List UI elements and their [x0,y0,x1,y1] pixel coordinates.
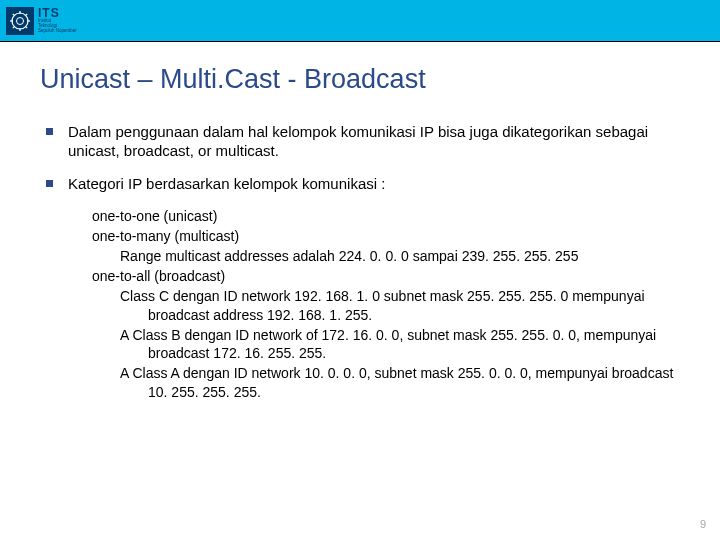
sub-line-unicast: one-to-one (unicast) [92,207,680,226]
main-bullet-list: Dalam penggunaan dalam hal kelompok komu… [40,123,680,193]
header-band: ITS Institut Teknologi Sepuluh Nopember [0,0,720,42]
slide-title: Unicast – Multi.Cast - Broadcast [40,64,680,95]
sub-line-class-a: A Class A dengan ID network 10. 0. 0. 0,… [92,364,680,402]
svg-line-6 [13,13,15,15]
logo-emblem [6,7,34,35]
page-number: 9 [700,518,706,530]
svg-line-9 [25,13,27,15]
logo-subline-3: Sepuluh Nopember [38,29,77,34]
logo-text-block: ITS Institut Teknologi Sepuluh Nopember [38,7,77,34]
sub-block: one-to-one (unicast) one-to-many (multic… [40,207,680,402]
sub-line-class-b: A Class B dengan ID network of 172. 16. … [92,326,680,364]
slide-content: Unicast – Multi.Cast - Broadcast Dalam p… [0,42,720,402]
bullet-item-1: Dalam penggunaan dalam hal kelompok komu… [40,123,680,161]
sub-line-broadcast: one-to-all (broadcast) [92,267,680,286]
bullet-item-2: Kategori IP berdasarkan kelompok komunik… [40,175,680,194]
sub-line-multicast: one-to-many (multicast) [92,227,680,246]
svg-line-8 [13,26,15,28]
sub-line-class-c: Class C dengan ID network 192. 168. 1. 0… [92,287,680,325]
svg-point-1 [17,17,24,24]
svg-line-7 [25,26,27,28]
gear-icon [9,10,31,32]
sub-line-multicast-range: Range multicast addresses adalah 224. 0.… [92,247,680,266]
